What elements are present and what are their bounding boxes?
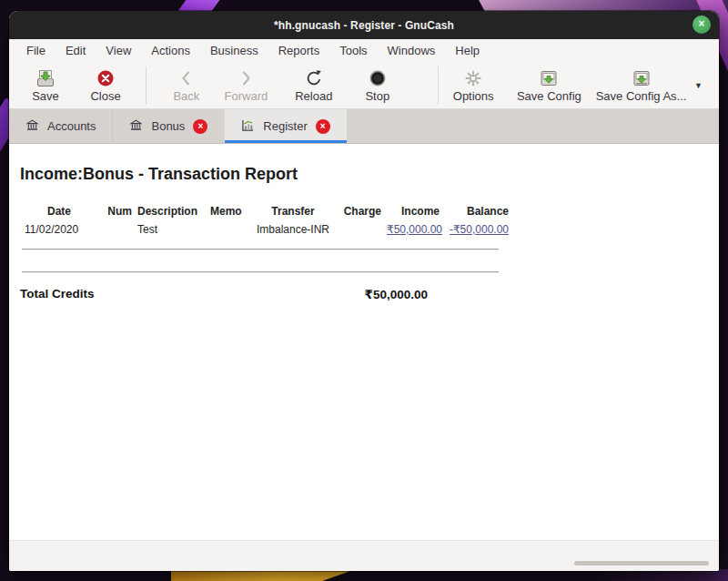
close-report-button[interactable]: Close <box>80 68 131 103</box>
forward-label: Forward <box>225 89 268 103</box>
menubar: File Edit View Actions Business Reports … <box>9 39 719 62</box>
window-title: *hh.gnucash - Register - GnuCash <box>274 19 454 32</box>
reload-icon <box>304 68 324 88</box>
menu-tools[interactable]: Tools <box>329 41 377 60</box>
table-divider <box>22 249 499 250</box>
bank-icon <box>25 118 39 135</box>
tab-bonus-label: Bonus <box>151 119 185 133</box>
total-credits-row: Total Credits ₹50,000.00 <box>20 287 428 301</box>
menu-actions[interactable]: Actions <box>141 41 200 60</box>
forward-button[interactable]: Forward <box>220 68 272 103</box>
tab-bar: Accounts Bonus × <box>9 109 719 144</box>
save-config-as-icon <box>632 68 652 88</box>
stop-button[interactable]: Stop <box>352 68 403 103</box>
window-close-button[interactable]: × <box>693 15 711 34</box>
titlebar[interactable]: *hh.gnucash - Register - GnuCash × <box>9 11 719 39</box>
cell-charge <box>337 219 384 238</box>
wallpaper-shape <box>171 570 353 581</box>
tab-register-label: Register <box>263 119 307 133</box>
menu-view[interactable]: View <box>96 41 141 60</box>
back-button[interactable]: Back <box>161 68 212 103</box>
save-button[interactable]: Save <box>20 68 71 103</box>
col-description: Description <box>135 203 207 219</box>
save-config-as-label: Save Config As... <box>596 89 687 103</box>
reload-label: Reload <box>295 89 332 103</box>
cell-num <box>96 219 135 238</box>
save-config-as-button[interactable]: Save Config As... <box>593 68 689 103</box>
options-button[interactable]: Options <box>448 68 500 103</box>
tab-bonus-close-button[interactable]: × <box>193 119 207 134</box>
gnucash-window: *hh.gnucash - Register - GnuCash × File … <box>9 11 719 571</box>
col-date: Date <box>22 203 96 219</box>
income-amount-link[interactable]: ₹50,000.00 <box>387 223 442 236</box>
menu-business[interactable]: Business <box>200 41 268 60</box>
report-view: Income:Bonus - Transaction Report Date N… <box>9 144 719 540</box>
save-icon <box>35 68 56 88</box>
close-icon <box>96 68 116 88</box>
menu-reports[interactable]: Reports <box>268 41 330 60</box>
bottom-scrollbar-area <box>9 540 719 571</box>
table-divider <box>22 271 499 273</box>
menu-windows[interactable]: Windows <box>378 41 446 60</box>
bank-icon <box>129 118 143 135</box>
toolbar-separator <box>146 66 147 105</box>
chart-icon <box>241 118 255 135</box>
table-row: 11/02/2020 Test Imbalance-INR ₹50,000.00… <box>22 219 511 238</box>
back-label: Back <box>173 89 199 103</box>
forward-icon <box>236 68 256 88</box>
col-balance: Balance <box>442 203 511 219</box>
tab-accounts-label: Accounts <box>47 119 96 133</box>
report-title: Income:Bonus - Transaction Report <box>20 165 719 184</box>
stop-label: Stop <box>365 89 389 103</box>
balance-amount-link[interactable]: -₹50,000.00 <box>450 223 509 236</box>
reload-button[interactable]: Reload <box>288 68 339 103</box>
table-header-row: Date Num Description Memo Transfer Charg… <box>22 203 511 219</box>
cell-date: 11/02/2020 <box>22 219 96 238</box>
close-label: Close <box>90 89 120 103</box>
options-label: Options <box>453 89 494 103</box>
menu-edit[interactable]: Edit <box>56 41 96 60</box>
total-credits-label: Total Credits <box>20 287 95 301</box>
toolbar-separator <box>438 66 439 105</box>
col-charge: Charge <box>337 203 384 219</box>
total-credits-value: ₹50,000.00 <box>365 287 428 301</box>
cell-description: Test <box>135 219 207 238</box>
save-config-label: Save Config <box>517 89 581 103</box>
tab-register-close-button[interactable]: × <box>316 119 330 134</box>
menu-file[interactable]: File <box>16 41 56 60</box>
cell-transfer: Imbalance-INR <box>249 219 337 238</box>
save-config-button[interactable]: Save Config <box>511 68 588 103</box>
gear-icon <box>464 68 482 88</box>
stop-icon <box>368 68 388 88</box>
toolbar: Save Close Back <box>9 62 719 109</box>
col-num: Num <box>96 203 135 219</box>
transaction-table: Date Num Description Memo Transfer Charg… <box>22 203 511 238</box>
cell-memo <box>207 219 249 238</box>
toolbar-overflow-arrow-icon[interactable]: ▼ <box>689 81 708 90</box>
menu-help[interactable]: Help <box>445 41 490 60</box>
tab-register[interactable]: Register × <box>224 109 346 143</box>
horizontal-scrollbar-thumb[interactable] <box>574 561 709 566</box>
col-memo: Memo <box>207 203 249 219</box>
col-transfer: Transfer <box>249 203 337 219</box>
save-label: Save <box>32 89 59 103</box>
save-config-icon <box>539 68 559 88</box>
col-income: Income <box>384 203 442 219</box>
back-icon <box>177 68 197 88</box>
tab-bonus[interactable]: Bonus × <box>112 109 224 143</box>
tab-accounts[interactable]: Accounts <box>9 109 112 143</box>
